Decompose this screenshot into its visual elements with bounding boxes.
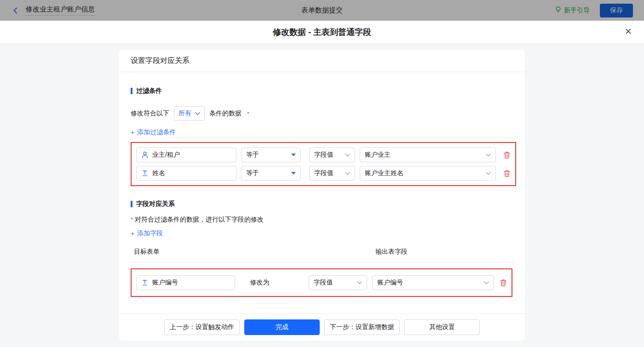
settings-card: 设置字段对应关系 过滤条件 修改符合以下 所有 条件的数据 * + 添加过滤条件: [119, 50, 525, 341]
topbar: 修改业主租户账户信息 表单数据提交 新手引导 保存: [0, 0, 644, 21]
match-suffix-label: 条件的数据: [209, 109, 242, 118]
filter-valuetype-value-1: 字段值: [314, 151, 334, 159]
filter-operator-select-2[interactable]: 等于: [241, 166, 301, 181]
chevron-down-icon: [486, 154, 491, 157]
modal-dim-overlay: [0, 0, 644, 21]
output-field-column-header: 输出表字段: [375, 248, 408, 256]
column-divider: [131, 262, 516, 263]
mapping-action-label: 修改为: [250, 279, 275, 287]
mapping-value-value-1: 账户编号: [377, 279, 403, 287]
match-mode-select[interactable]: 所有: [174, 106, 205, 121]
filter-field-value-1: 业主/租户: [152, 151, 180, 159]
mapping-valuetype-select-1[interactable]: 字段值: [309, 275, 368, 290]
filter-field-value-2: 姓名: [152, 169, 165, 177]
filter-row-2: 姓名 等于 字段值 账户业主姓名: [136, 166, 511, 181]
filter-value-value-2: 账户业主姓名: [365, 169, 403, 177]
caret-down-icon: [291, 172, 296, 175]
modal-header: 修改数据 - 主表到普通字段 ✕: [0, 21, 644, 44]
close-icon[interactable]: ✕: [625, 27, 632, 36]
mapping-valuetype-value-1: 字段值: [314, 279, 333, 287]
other-settings-button[interactable]: 其他设置: [404, 319, 480, 335]
mapping-section-title: 字段对应关系: [131, 200, 513, 208]
filter-operator-select-1[interactable]: 等于: [241, 148, 301, 162]
filter-section-title: 过滤条件: [131, 87, 513, 95]
delete-mapping-row-button-1[interactable]: [500, 279, 507, 287]
mapping-description: *对符合过滤条件的数据，进行以下字段的修改: [131, 216, 513, 224]
section-accent-bar: [131, 201, 132, 207]
prev-step-button[interactable]: 上一步：设置触发动作: [164, 319, 240, 335]
add-filter-condition-link[interactable]: + 添加过滤条件: [131, 128, 176, 137]
filter-row-1: 业主/租户 等于 字段值 账户业主: [136, 148, 511, 162]
filter-field-input-1[interactable]: 业主/租户: [136, 148, 236, 162]
modal-body: 设置字段对应关系 过滤条件 修改符合以下 所有 条件的数据 * + 添加过滤条件: [0, 44, 644, 347]
filter-rows-highlight-box: 业主/租户 等于 字段值 账户业主: [131, 142, 516, 186]
plus-icon: +: [131, 129, 134, 136]
filter-operator-value-2: 等于: [246, 169, 259, 177]
filter-operator-value-1: 等于: [246, 151, 259, 159]
required-mark: *: [131, 216, 133, 223]
add-field-link[interactable]: + 添加字段: [131, 229, 163, 238]
caret-down-icon: [291, 154, 296, 156]
filter-valuetype-value-2: 字段值: [314, 169, 334, 177]
add-filter-condition-label: 添加过滤条件: [137, 128, 176, 137]
filter-value-select-2[interactable]: 账户业主姓名: [360, 166, 496, 181]
filter-value-select-1[interactable]: 账户业主: [360, 148, 496, 162]
target-form-column-header: 目标表单: [134, 248, 160, 256]
text-field-icon: [141, 279, 149, 286]
filter-valuetype-select-1[interactable]: 字段值: [309, 148, 355, 162]
text-field-icon: [141, 170, 149, 177]
chevron-down-icon: [486, 172, 491, 175]
mapping-section-label: 字段对应关系: [136, 200, 175, 208]
mapping-row-1: 账户编号 修改为 字段值 账户编号: [136, 275, 507, 290]
chevron-down-icon: [357, 281, 362, 284]
mapping-description-text: 对符合过滤条件的数据，进行以下字段的修改: [135, 216, 264, 223]
match-prefix-label: 修改符合以下: [131, 109, 169, 118]
required-mark: *: [247, 110, 249, 117]
delete-filter-row-button-2[interactable]: [503, 170, 511, 177]
mapping-rows-highlight-box: 账户编号 修改为 字段值 账户编号: [131, 268, 512, 297]
next-step-button[interactable]: 下一步：设置新增数据: [324, 319, 400, 335]
card-header: 设置字段对应关系: [119, 50, 525, 72]
chevron-down-icon: [345, 154, 350, 157]
filter-valuetype-select-2[interactable]: 字段值: [309, 166, 355, 181]
delete-filter-row-button-1[interactable]: [503, 151, 511, 159]
chevron-down-icon: [484, 281, 489, 284]
mapping-field-input-1[interactable]: 账户编号: [136, 275, 235, 290]
member-field-icon: [141, 151, 149, 159]
match-condition-row: 修改符合以下 所有 条件的数据 *: [131, 106, 513, 121]
mapping-field-value-1: 账户编号: [152, 279, 178, 287]
section-accent-bar: [131, 88, 132, 94]
plus-icon: +: [131, 230, 134, 237]
modal-title: 修改数据 - 主表到普通字段: [273, 27, 371, 38]
chevron-down-icon: [345, 172, 350, 175]
done-button[interactable]: 完成: [244, 319, 320, 335]
filter-value-value-1: 账户业主: [365, 151, 391, 159]
match-mode-value: 所有: [178, 109, 191, 118]
filter-section-label: 过滤条件: [136, 87, 162, 95]
filter-field-input-2[interactable]: 姓名: [136, 166, 236, 181]
mapping-value-select-1[interactable]: 账户编号: [372, 275, 494, 290]
mapping-column-headers: 目标表单 输出表字段: [131, 248, 513, 257]
add-field-label: 添加字段: [137, 229, 163, 238]
card-footer: 上一步：设置触发动作 完成 下一步：设置新增数据 其他设置: [119, 313, 525, 341]
chevron-down-icon: [195, 112, 200, 115]
